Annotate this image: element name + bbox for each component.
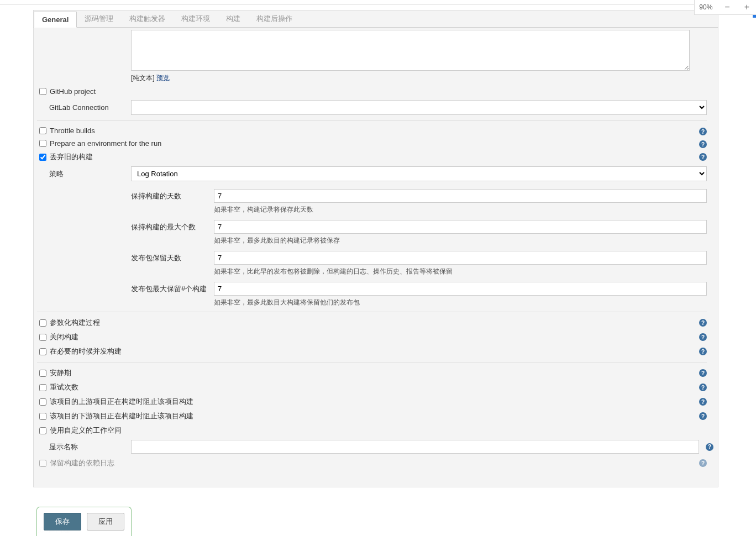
- quiet-period-label: 安静期: [50, 368, 71, 378]
- parameterized-label: 参数化构建过程: [50, 318, 100, 328]
- tab-triggers[interactable]: 构建触发器: [122, 10, 174, 27]
- keep-deps-log-label: 保留构建的依赖日志: [50, 458, 114, 468]
- keep-deps-log-checkbox[interactable]: [39, 460, 46, 467]
- zoom-control: 90% − +: [694, 0, 756, 15]
- disable-build-label: 关闭构建: [50, 332, 78, 342]
- help-icon[interactable]: ?: [699, 333, 707, 341]
- days-to-keep-input[interactable]: [214, 189, 707, 203]
- display-name-input[interactable]: [131, 440, 699, 454]
- artifact-max-label: 发布包最大保留#个构建: [131, 282, 214, 294]
- strategy-label: 策略: [39, 169, 131, 179]
- tab-build-env[interactable]: 构建环境: [174, 10, 218, 27]
- gitlab-connection-select[interactable]: [131, 100, 707, 115]
- config-content: [纯文本] 预览 GitHub project GitLab Connectio…: [33, 28, 718, 487]
- prepare-env-checkbox[interactable]: [39, 140, 46, 147]
- help-icon[interactable]: ?: [699, 153, 707, 161]
- help-icon[interactable]: ?: [699, 319, 707, 327]
- block-downstream-checkbox[interactable]: [39, 413, 46, 420]
- artifact-days-label: 发布包保留天数: [131, 251, 214, 263]
- block-upstream-label: 该项目的上游项目正在构建时阻止该项目构建: [50, 397, 193, 407]
- zoom-level-label: 90%: [699, 3, 712, 11]
- github-project-label: GitHub project: [50, 87, 96, 96]
- artifact-days-hint: 如果非空，比此早的发布包将被删除，但构建的日志、操作历史、报告等将被保留: [214, 267, 707, 276]
- help-icon[interactable]: ?: [699, 398, 707, 406]
- tab-scm[interactable]: 源码管理: [77, 10, 122, 27]
- help-icon[interactable]: ?: [699, 369, 707, 377]
- quiet-period-checkbox[interactable]: [39, 370, 46, 377]
- max-builds-hint: 如果非空，最多此数目的构建记录将被保存: [214, 236, 707, 245]
- help-icon[interactable]: ?: [699, 140, 707, 148]
- help-icon[interactable]: ?: [699, 128, 707, 135]
- help-icon[interactable]: ?: [699, 412, 707, 420]
- block-downstream-label: 该项目的下游项目正在构建时阻止该项目构建: [50, 411, 193, 421]
- discard-old-checkbox[interactable]: [39, 154, 46, 161]
- disable-build-checkbox[interactable]: [39, 334, 46, 341]
- help-icon[interactable]: ?: [699, 383, 707, 391]
- custom-workspace-checkbox[interactable]: [39, 427, 46, 434]
- gitlab-connection-label: GitLab Connection: [39, 103, 131, 112]
- retry-count-label: 重试次数: [50, 382, 78, 392]
- prepare-env-label: Prepare an environment for the run: [50, 139, 161, 148]
- artifact-days-input[interactable]: [214, 251, 707, 265]
- concurrent-checkbox[interactable]: [39, 348, 46, 355]
- display-name-label: 显示名称: [39, 442, 131, 452]
- throttle-builds-label: Throttle builds: [50, 127, 95, 135]
- retry-count-checkbox[interactable]: [39, 384, 46, 391]
- plaintext-label: [纯文本]: [131, 74, 155, 82]
- artifact-max-hint: 如果非空，最多此数目大构建将保留他们的发布包: [214, 298, 707, 307]
- zoom-out-button[interactable]: −: [722, 2, 732, 12]
- zoom-in-button[interactable]: +: [742, 2, 752, 12]
- github-project-checkbox[interactable]: [39, 88, 46, 95]
- description-textarea[interactable]: [131, 30, 690, 71]
- help-icon[interactable]: ?: [699, 348, 707, 355]
- config-tabs: General 源码管理 构建触发器 构建环境 构建 构建后操作: [33, 10, 718, 28]
- parameterized-checkbox[interactable]: [39, 319, 46, 327]
- tab-general[interactable]: General: [34, 12, 77, 28]
- discard-old-label: 丢弃旧的构建: [50, 152, 93, 162]
- help-icon[interactable]: ?: [699, 459, 707, 467]
- strategy-select[interactable]: Log Rotation: [131, 166, 707, 181]
- days-to-keep-label: 保持构建的天数: [131, 189, 214, 201]
- help-icon[interactable]: ?: [706, 443, 713, 451]
- throttle-builds-checkbox[interactable]: [39, 127, 46, 134]
- max-builds-label: 保持构建的最大个数: [131, 220, 214, 232]
- top-divider: [0, 3, 756, 4]
- max-builds-input[interactable]: [214, 220, 707, 234]
- concurrent-label: 在必要的时候并发构建: [50, 346, 122, 356]
- block-upstream-checkbox[interactable]: [39, 398, 46, 406]
- artifact-max-input[interactable]: [214, 282, 707, 296]
- tab-post-build[interactable]: 构建后操作: [249, 10, 301, 27]
- days-to-keep-hint: 如果非空，构建记录将保存此天数: [214, 205, 707, 214]
- preview-link[interactable]: 预览: [156, 74, 170, 82]
- custom-workspace-label: 使用自定义的工作空间: [50, 425, 122, 435]
- tab-build[interactable]: 构建: [218, 10, 249, 27]
